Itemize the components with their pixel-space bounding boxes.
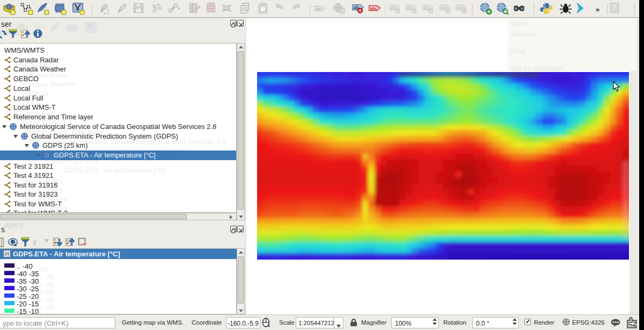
svg-text:abc: abc: [316, 7, 322, 11]
svg-text:abc: abc: [370, 6, 377, 11]
